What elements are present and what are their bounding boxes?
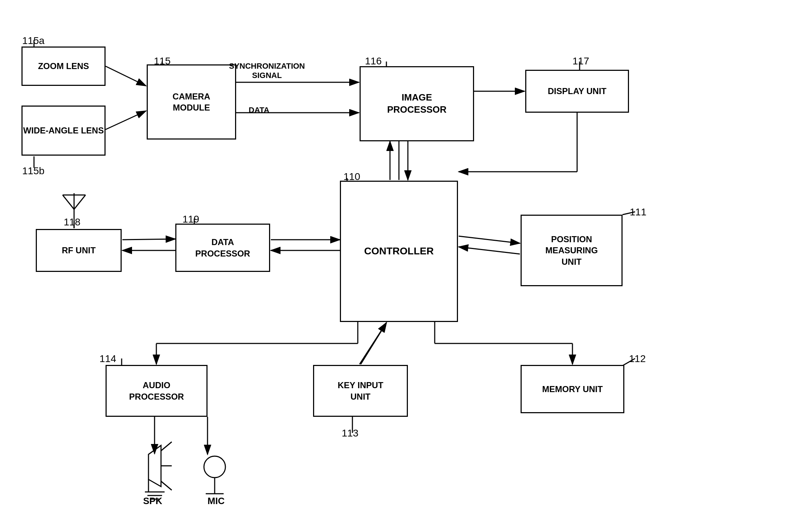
svg-line-33 [360,323,386,364]
svg-line-37 [361,323,386,364]
svg-line-29 [459,247,520,254]
svg-line-46 [161,481,172,490]
image-processor-block: IMAGEPROCESSOR [360,66,474,141]
ref-118: 118 [64,216,81,228]
svg-line-15 [106,111,146,130]
zoom-lens-block: ZOOM LENS [21,47,106,86]
svg-line-27 [122,239,175,240]
ref-116: 116 [365,55,382,67]
display-unit-block: DISPLAY UNIT [525,70,629,113]
ref-117: 117 [572,55,589,67]
mic-label: MIC [208,496,225,507]
svg-line-14 [106,66,146,86]
memory-unit-block: MEMORY UNIT [521,365,624,413]
spk-label: SPK [143,496,162,507]
svg-line-28 [459,236,520,243]
svg-line-44 [161,442,172,451]
data-processor-block: DATAPROCESSOR [175,224,270,272]
controller-block: CONTROLLER [340,181,458,322]
ref-111: 111 [630,206,647,218]
position-measuring-unit-block: POSITIONMEASURINGUNIT [521,215,623,286]
svg-point-52 [204,456,225,478]
camera-module-block: CAMERAMODULE [147,64,236,140]
svg-line-41 [74,195,86,209]
svg-line-57 [361,323,386,364]
ref-113: 113 [342,428,359,439]
diagram: 115a 115b 115 116 117 110 118 119 111 11… [0,0,795,532]
svg-line-39 [63,195,74,209]
ref-114: 114 [99,353,116,365]
ref-115b: 115b [22,165,44,177]
svg-marker-43 [148,445,161,487]
ref-112: 112 [629,353,646,365]
sync-signal-label: SYNCHRONIZATIONSIGNAL [229,62,305,80]
key-input-unit-block: KEY INPUTUNIT [313,365,408,417]
ref-115a: 115a [22,35,44,47]
audio-processor-block: AUDIOPROCESSOR [106,365,208,417]
rf-unit-block: RF UNIT [36,229,122,272]
wide-angle-lens-block: WIDE-ANGLE LENS [21,106,106,156]
data-label: DATA [249,106,269,115]
